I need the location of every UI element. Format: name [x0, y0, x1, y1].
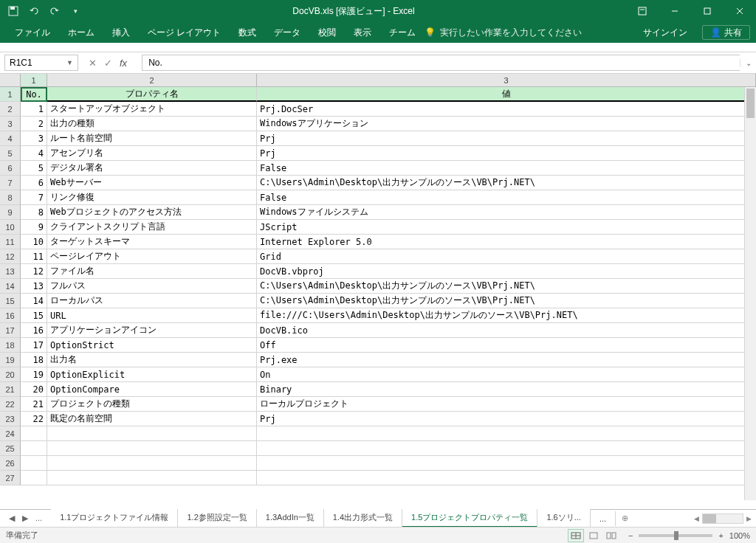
cell-value[interactable]: Windowsアプリケーション [257, 117, 756, 131]
cell-no[interactable]: 16 [21, 323, 47, 338]
zoom-slider-thumb[interactable] [674, 531, 678, 540]
cell-property[interactable]: アプリケーションアイコン [47, 323, 257, 338]
sheet-nav-next-icon[interactable]: ▶ [21, 512, 30, 525]
tab-formulas[interactable]: 数式 [230, 22, 265, 43]
row-header[interactable]: 22 [0, 397, 21, 412]
cell-value[interactable]: file:///C:\Users\Admin\Desktop\出力サンプルのソー… [257, 308, 756, 323]
cell-no[interactable]: 10 [21, 235, 47, 249]
hscroll-left-icon[interactable]: ◀ [694, 515, 699, 522]
cell-no[interactable]: 20 [21, 382, 47, 397]
cell[interactable] [257, 426, 756, 441]
fx-icon[interactable]: fx [120, 58, 131, 69]
cell-no[interactable]: 15 [21, 308, 47, 323]
cell-property[interactable]: 既定の名前空間 [47, 412, 257, 426]
ribbon-display-options-icon[interactable] [626, 0, 659, 22]
cell-property[interactable]: OptionCompare [47, 382, 257, 397]
cell[interactable] [257, 456, 756, 471]
zoom-slider[interactable] [639, 534, 712, 537]
cell-value[interactable]: Windowsファイルシステム [257, 205, 756, 220]
row-header[interactable]: 15 [0, 294, 21, 308]
cell-property[interactable]: ターゲットスキーマ [47, 235, 257, 249]
cell-no[interactable]: 3 [21, 131, 47, 146]
sheet-nav-prev-icon[interactable]: ◀ [7, 512, 16, 525]
enter-formula-icon[interactable]: ✓ [104, 58, 112, 69]
cell-property[interactable]: フルパス [47, 279, 257, 294]
share-button[interactable]: 👤 共有 [702, 25, 750, 40]
cell-property[interactable]: アセンブリ名 [47, 146, 257, 161]
row-header[interactable]: 14 [0, 279, 21, 294]
row-header[interactable]: 3 [0, 117, 21, 131]
save-icon[interactable] [7, 5, 19, 17]
cell-value[interactable]: DocVB.vbproj [257, 264, 756, 279]
row-header[interactable]: 20 [0, 367, 21, 382]
header-value[interactable]: 値 [257, 87, 756, 102]
cell-value[interactable]: C:\Users\Admin\Desktop\出力サンプルのソース\VB\Prj… [257, 294, 756, 308]
row-header[interactable]: 17 [0, 323, 21, 338]
qat-customize-icon[interactable]: ▾ [69, 5, 81, 17]
cell[interactable] [21, 426, 47, 441]
row-header[interactable]: 9 [0, 205, 21, 220]
horizontal-scrollbar[interactable] [702, 513, 743, 524]
cell-property[interactable]: デジタル署名 [47, 161, 257, 176]
cell-value[interactable]: False [257, 190, 756, 205]
cell[interactable] [21, 441, 47, 456]
row-header[interactable]: 2 [0, 102, 21, 117]
cell-value[interactable]: JScript [257, 220, 756, 235]
cell-value[interactable]: C:\Users\Admin\Desktop\出力サンプルのソース\VB\Prj… [257, 176, 756, 190]
sheet-tab[interactable]: 1.6ソリ... [537, 509, 590, 528]
tab-file[interactable]: ファイル [6, 22, 59, 43]
tab-home[interactable]: ホーム [59, 22, 103, 43]
zoom-level[interactable]: 100% [729, 531, 750, 540]
cell-property[interactable]: クライアントスクリプト言語 [47, 220, 257, 235]
cell-property[interactable]: OptionStrict [47, 338, 257, 353]
row-header[interactable]: 27 [0, 471, 21, 485]
select-all-button[interactable] [0, 74, 21, 86]
cell-value[interactable]: Prj [257, 131, 756, 146]
cell-no[interactable]: 6 [21, 176, 47, 190]
cell-property[interactable]: 出力の種類 [47, 117, 257, 131]
cell-no[interactable]: 22 [21, 412, 47, 426]
cell-property[interactable]: ルート名前空間 [47, 131, 257, 146]
cell[interactable] [47, 456, 257, 471]
minimize-button[interactable] [659, 0, 691, 22]
row-header[interactable]: 19 [0, 353, 21, 367]
cell[interactable] [47, 471, 257, 485]
cell-value[interactable]: C:\Users\Admin\Desktop\出力サンプルのソース\VB\Prj… [257, 279, 756, 294]
row-header[interactable]: 5 [0, 146, 21, 161]
chevron-down-icon[interactable]: ▼ [66, 59, 73, 66]
row-header[interactable]: 8 [0, 190, 21, 205]
cell-value[interactable]: Prj [257, 146, 756, 161]
header-no[interactable]: No. [21, 87, 47, 102]
row-header[interactable]: 18 [0, 338, 21, 353]
cell-no[interactable]: 18 [21, 353, 47, 367]
add-sheet-button[interactable]: ⊕ [616, 513, 634, 523]
view-pagelayout-icon[interactable] [585, 529, 602, 542]
row-header[interactable]: 16 [0, 308, 21, 323]
scrollbar-thumb[interactable] [703, 514, 716, 523]
column-header[interactable]: 2 [47, 74, 257, 86]
sheet-tab[interactable]: 1.5プロジェクトプロパティ一覧 [402, 509, 537, 528]
cell-no[interactable]: 4 [21, 146, 47, 161]
column-header[interactable]: 1 [21, 74, 47, 86]
cell-property[interactable]: ローカルパス [47, 294, 257, 308]
cell-no[interactable]: 12 [21, 264, 47, 279]
cell-property[interactable]: URL [47, 308, 257, 323]
cell-value[interactable]: Prj.DocSer [257, 102, 756, 117]
cell-value[interactable]: Off [257, 338, 756, 353]
cell-no[interactable]: 9 [21, 220, 47, 235]
cancel-formula-icon[interactable]: ✕ [89, 58, 97, 69]
zoom-in-button[interactable]: + [718, 531, 723, 540]
scrollbar-thumb[interactable] [746, 89, 755, 118]
cell[interactable] [21, 471, 47, 485]
cell-no[interactable]: 7 [21, 190, 47, 205]
row-header[interactable]: 10 [0, 220, 21, 235]
cell-value[interactable]: Prj [257, 412, 756, 426]
cell-value[interactable]: Prj.exe [257, 353, 756, 367]
cell-property[interactable]: スタートアップオブジェクト [47, 102, 257, 117]
signin-button[interactable]: サインイン [634, 27, 696, 39]
cell-no[interactable]: 14 [21, 294, 47, 308]
tab-review[interactable]: 校閲 [309, 22, 345, 43]
row-header[interactable]: 26 [0, 456, 21, 471]
tab-data[interactable]: データ [265, 22, 309, 43]
cell-no[interactable]: 11 [21, 249, 47, 264]
